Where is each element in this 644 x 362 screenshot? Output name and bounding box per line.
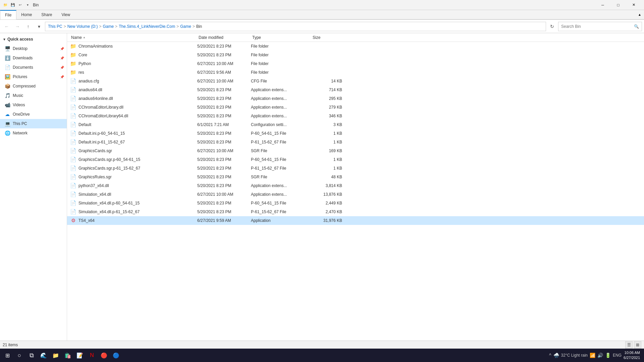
tab-share[interactable]: Share bbox=[37, 10, 57, 19]
column-header-name[interactable]: Name ▲ bbox=[70, 35, 197, 40]
breadcrumb-game[interactable]: Game bbox=[103, 24, 114, 29]
file-type: P-61_15-62_67 File bbox=[251, 209, 311, 214]
extra-button[interactable]: 🔵 bbox=[110, 349, 122, 361]
file-size: 295 KB bbox=[311, 96, 345, 101]
time: 10:06 AM bbox=[624, 350, 640, 355]
file-icon: 📄 bbox=[70, 208, 76, 215]
sidebar-item-desktop[interactable]: 🖥️ Desktop 📌 bbox=[0, 44, 67, 53]
file-size: 714 KB bbox=[311, 87, 345, 92]
tab-view[interactable]: View bbox=[57, 10, 75, 19]
table-row[interactable]: 📄 Default.ini.p-60_54-61_15 5/20/2021 8:… bbox=[67, 129, 644, 138]
close-button[interactable]: ✕ bbox=[626, 0, 641, 10]
file-name: anadius64online.dll bbox=[78, 96, 197, 101]
table-row[interactable]: 📄 GraphicsCards.sgr.p-60_54-61_15 5/20/2… bbox=[67, 155, 644, 164]
file-name: Core bbox=[78, 53, 197, 57]
window-controls: ─ □ ✕ bbox=[595, 0, 641, 10]
up-button[interactable]: ↑ bbox=[23, 22, 33, 31]
maximize-button[interactable]: □ bbox=[610, 0, 626, 10]
tab-home[interactable]: Home bbox=[16, 10, 37, 19]
compressed-icon: 📦 bbox=[4, 83, 11, 89]
edge-button[interactable]: 🌊 bbox=[38, 349, 50, 361]
title-bar-more-icon: ▾ bbox=[25, 2, 30, 8]
tab-file[interactable]: File bbox=[0, 10, 16, 19]
sidebar-item-videos[interactable]: 📹 Videos bbox=[0, 100, 67, 110]
file-type: SGR File bbox=[251, 175, 311, 179]
file-type: Application extens... bbox=[251, 96, 311, 101]
store-button[interactable]: 🛍️ bbox=[62, 349, 74, 361]
file-type: P-60_54-61_15 File bbox=[251, 201, 311, 205]
breadcrumb-this-pc[interactable]: This PC bbox=[48, 24, 62, 29]
table-row[interactable]: 📄 anadius64online.dll 5/20/2021 8:23 PM … bbox=[67, 94, 644, 103]
file-icon: 📄 bbox=[70, 113, 76, 119]
table-row[interactable]: 📄 Default 6/1/2021 7:21 AM Configuration… bbox=[67, 120, 644, 129]
table-row[interactable]: 📄 GraphicsCards.sgr 6/27/2021 10:00 AM S… bbox=[67, 146, 644, 155]
table-row[interactable]: 📄 CChromaEditorLibrary.dll 5/20/2021 8:2… bbox=[67, 103, 644, 112]
language-indicator[interactable]: ENG bbox=[613, 353, 622, 358]
search-button[interactable]: ○ bbox=[13, 349, 25, 361]
forward-button[interactable]: → bbox=[13, 22, 22, 31]
table-row[interactable]: 📄 GraphicsCards.sgr.p-61_15-62_67 5/20/2… bbox=[67, 164, 644, 173]
table-row[interactable]: 📁 Python 6/27/2021 10:00 AM File folder bbox=[67, 59, 644, 68]
quick-access-header[interactable]: ▼ Quick access bbox=[0, 35, 67, 44]
network-tray-icon[interactable]: 📶 bbox=[590, 353, 595, 358]
table-row[interactable]: ⚙ TS4_x64 6/27/2021 9:59 AM Application … bbox=[67, 216, 644, 225]
task-view-button[interactable]: ⧉ bbox=[25, 349, 38, 361]
file-name: Simulation_x64.dll.p-61_15-62_67 bbox=[78, 209, 197, 214]
dropdown-button[interactable]: ▾ bbox=[34, 22, 44, 31]
table-row[interactable]: 📁 res 6/27/2021 9:56 AM File folder bbox=[67, 68, 644, 77]
table-row[interactable]: 📄 GraphicsRules.sgr 5/20/2021 8:23 PM SG… bbox=[67, 173, 644, 181]
start-button[interactable]: ⊞ bbox=[1, 349, 13, 361]
file-name: Default bbox=[78, 122, 197, 127]
chrome-button[interactable]: 🔴 bbox=[98, 349, 110, 361]
breadcrumb-new-volume[interactable]: New Volume (D:) bbox=[67, 24, 98, 29]
breadcrumb-game2[interactable]: Game bbox=[180, 24, 191, 29]
minimize-button[interactable]: ─ bbox=[595, 0, 610, 10]
column-header-size[interactable]: Size bbox=[311, 35, 345, 40]
clock[interactable]: 10:06 AM 6/27/2021 bbox=[624, 350, 640, 361]
breadcrumb[interactable]: This PC > New Volume (D:) > Game > The.S… bbox=[45, 22, 546, 31]
notepad-button[interactable]: 📝 bbox=[74, 349, 86, 361]
file-icon: 📄 bbox=[70, 156, 76, 163]
table-row[interactable]: 📄 Simulation_x64.dll 6/27/2021 10:00 AM … bbox=[67, 190, 644, 199]
sidebar-item-documents[interactable]: 📄 Documents 📌 bbox=[0, 63, 67, 72]
table-row[interactable]: 📄 Simulation_x64.dll.p-61_15-62_67 5/20/… bbox=[67, 207, 644, 216]
ribbon-collapse-button[interactable]: ▲ bbox=[635, 10, 644, 19]
table-row[interactable]: 📄 Simulation_x64.dll.p-60_54-61_15 5/20/… bbox=[67, 199, 644, 207]
table-row[interactable]: 📄 anadius64.dll 5/20/2021 8:23 PM Applic… bbox=[67, 85, 644, 94]
title-bar-undo-icon: ↩ bbox=[17, 2, 23, 8]
column-header-type[interactable]: Type bbox=[251, 35, 311, 40]
netflix-button[interactable]: N bbox=[86, 349, 98, 361]
breadcrumb-sims[interactable]: The.Sims.4_LinkNeverDie.Com bbox=[119, 24, 175, 29]
ribbon: File Home Share View ▲ bbox=[0, 10, 644, 20]
sidebar-item-onedrive[interactable]: ☁ OneDrive bbox=[0, 110, 67, 119]
table-row[interactable]: 📄 python37_x64.dll 5/20/2021 8:23 PM App… bbox=[67, 181, 644, 190]
column-header-date[interactable]: Date modified bbox=[197, 35, 251, 40]
sidebar-item-compressed[interactable]: 📦 Compressed bbox=[0, 81, 67, 91]
tray-expand[interactable]: ^ bbox=[549, 353, 551, 358]
search-box[interactable]: 🔍 bbox=[558, 22, 642, 31]
refresh-button[interactable]: ↻ bbox=[547, 22, 557, 31]
file-type: P-61_15-62_67 File bbox=[251, 166, 311, 171]
sidebar-item-network[interactable]: 🌐 Network bbox=[0, 128, 67, 138]
back-button[interactable]: ← bbox=[2, 22, 11, 31]
search-input[interactable] bbox=[561, 24, 634, 29]
file-type: P-60_54-61_15 File bbox=[251, 157, 311, 162]
sort-icon: ▲ bbox=[83, 36, 86, 39]
table-row[interactable]: 📄 anadius.cfg 6/27/2021 10:00 AM CFG Fil… bbox=[67, 77, 644, 85]
sidebar-item-pictures[interactable]: 🖼️ Pictures 📌 bbox=[0, 72, 67, 81]
battery-icon[interactable]: 🔋 bbox=[605, 353, 611, 358]
details-view-button[interactable]: ☰ bbox=[625, 341, 633, 349]
table-row[interactable]: 📁 Core 5/20/2021 8:23 PM File folder bbox=[67, 51, 644, 59]
volume-icon[interactable]: 🔊 bbox=[597, 353, 603, 358]
file-date: 5/20/2021 8:23 PM bbox=[197, 131, 251, 136]
explorer-button[interactable]: 📁 bbox=[50, 349, 62, 361]
table-row[interactable]: 📄 Default.ini.p-61_15-62_67 5/20/2021 8:… bbox=[67, 138, 644, 146]
sidebar-item-downloads[interactable]: ⬇️ Downloads 📌 bbox=[0, 53, 67, 63]
weather-text: 32°C Light rain bbox=[561, 353, 588, 358]
sidebar-item-this-pc[interactable]: 💻 This PC bbox=[0, 119, 67, 128]
table-row[interactable]: 📁 ChromaAnimations 5/20/2021 8:23 PM Fil… bbox=[67, 42, 644, 51]
sidebar-item-music[interactable]: 🎵 Music bbox=[0, 91, 67, 100]
sidebar-label-onedrive: OneDrive bbox=[13, 112, 30, 117]
large-icons-button[interactable]: ⊞ bbox=[634, 341, 641, 349]
table-row[interactable]: 📄 CChromaEditorLibrary64.dll 5/20/2021 8… bbox=[67, 112, 644, 120]
